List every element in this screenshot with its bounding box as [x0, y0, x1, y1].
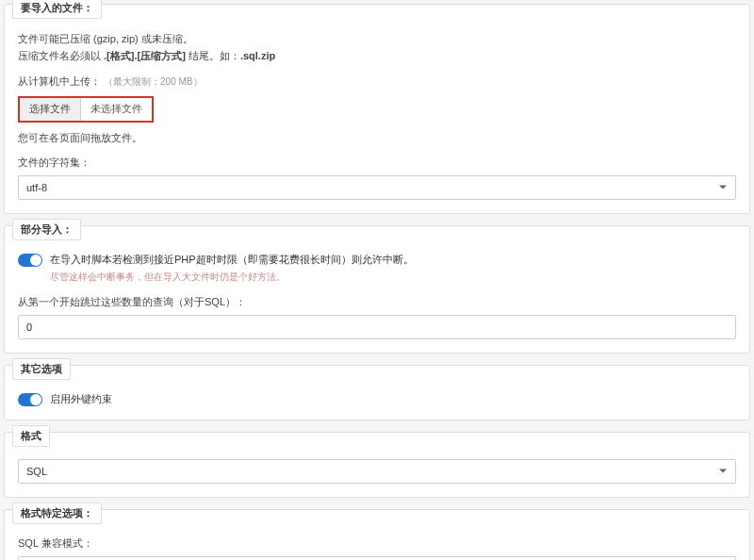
- panel-legend: 格式: [12, 425, 50, 447]
- compress-line1: 文件可能已压缩 (gzip, zip) 或未压缩。: [18, 31, 736, 48]
- choose-file-button[interactable]: 选择文件: [20, 98, 81, 121]
- sql-compat-select[interactable]: NONE: [18, 556, 736, 560]
- charset-label: 文件的字符集：: [18, 156, 736, 170]
- file-import-panel: 要导入的文件： 文件可能已压缩 (gzip, zip) 或未压缩。 压缩文件名必…: [4, 4, 750, 214]
- file-input[interactable]: 选择文件 未选择文件: [20, 98, 152, 121]
- file-name-text: 未选择文件: [81, 101, 152, 118]
- foreign-key-label: 启用外键约束: [50, 392, 112, 406]
- drag-hint: 您可在各页面间拖放文件。: [18, 130, 736, 147]
- skip-queries-input[interactable]: [18, 315, 736, 339]
- other-options-panel: 其它选项 启用外键约束: [4, 365, 750, 420]
- panel-legend: 要导入的文件：: [12, 0, 102, 19]
- sql-compat-label: SQL 兼容模式：: [18, 536, 736, 551]
- panel-legend: 其它选项: [12, 358, 71, 380]
- format-options-panel: 格式特定选项： SQL 兼容模式： NONE 不要给零值使用自增 (AUTO_I…: [4, 509, 750, 560]
- compress-line2: 压缩文件名必须以 .[格式].[压缩方式] 结尾。如：.sql.zip: [18, 48, 736, 65]
- panel-legend: 部分导入：: [12, 219, 81, 240]
- skip-queries-label: 从第一个开始跳过这些数量的查询（对于SQL）：: [18, 295, 736, 309]
- partial-import-panel: 部分导入： 在导入时脚本若检测到接近PHP超时时限（即需要花费很长时间）则允许中…: [4, 225, 750, 354]
- file-picker-highlight: 选择文件 未选择文件: [18, 96, 154, 123]
- panel-legend: 格式特定选项：: [12, 502, 102, 524]
- foreign-key-toggle[interactable]: [18, 393, 42, 406]
- upload-hint: （最大限制：200 MB）: [104, 76, 202, 87]
- charset-select[interactable]: utf-8: [18, 175, 736, 200]
- interrupt-hint: 尽管这样会中断事务，但在导入大文件时仍是个好方法。: [50, 271, 414, 284]
- upload-label-row: 从计算机中上传： （最大限制：200 MB）: [18, 74, 736, 91]
- upload-label: 从计算机中上传：: [18, 75, 101, 87]
- format-select[interactable]: SQL: [18, 459, 736, 484]
- format-panel: 格式 SQL: [4, 432, 750, 498]
- compress-info: 文件可能已压缩 (gzip, zip) 或未压缩。 压缩文件名必须以 .[格式]…: [18, 31, 736, 64]
- allow-interrupt-label: 在导入时脚本若检测到接近PHP超时时限（即需要花费很长时间）则允许中断。: [50, 253, 414, 267]
- allow-interrupt-toggle[interactable]: [18, 254, 42, 267]
